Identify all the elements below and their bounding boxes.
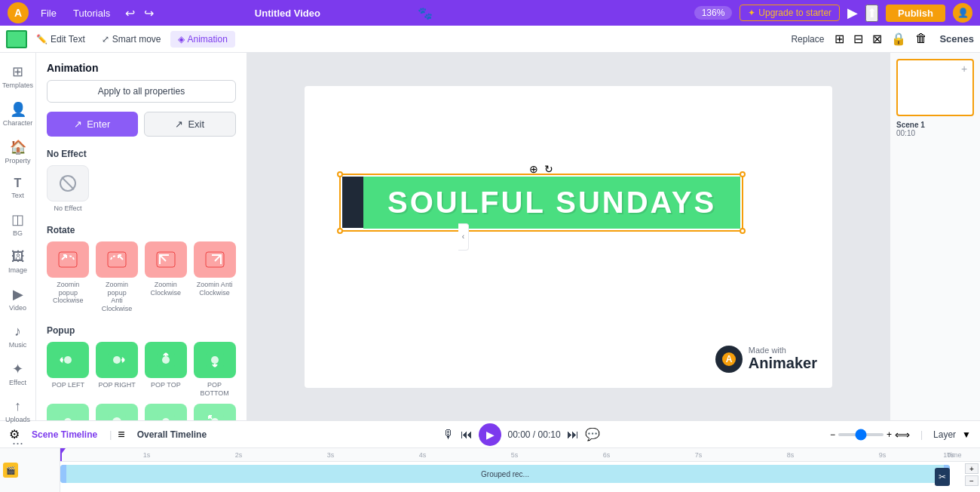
avatar[interactable]: 👤 bbox=[953, 3, 972, 23]
enter-button[interactable]: ↗ Enter bbox=[47, 112, 138, 137]
time-marker-7s: 7s bbox=[695, 451, 703, 459]
lock-icon[interactable]: 🔒 bbox=[888, 30, 909, 48]
pop-bottom[interactable]: POP BOTTOM bbox=[193, 342, 236, 398]
scene-1-thumbnail[interactable]: + bbox=[896, 59, 974, 116]
scene-add-button[interactable]: + bbox=[957, 62, 971, 75]
time-label: Time bbox=[947, 451, 962, 459]
timeline-tab-divider: | bbox=[109, 429, 112, 440]
mic-button[interactable]: 🎙 bbox=[443, 428, 455, 441]
columns-icon[interactable]: ⊞ bbox=[831, 30, 847, 48]
publish-button[interactable]: Publish bbox=[886, 5, 945, 22]
layer-expand-icon[interactable]: ▼ bbox=[962, 429, 971, 440]
zoomin-popup-acw[interactable]: Zoomin popupAnti Clockwise bbox=[96, 241, 139, 313]
move-up-icon[interactable]: ⊕ bbox=[529, 163, 538, 175]
exit-button[interactable]: ↗ Exit bbox=[144, 112, 237, 137]
sidebar-item-image[interactable]: 🖼 Image bbox=[2, 244, 35, 278]
zoomin-cw[interactable]: ZoominClockwise bbox=[145, 241, 188, 313]
pop-top-left[interactable]: POP TOP LEFT bbox=[193, 404, 236, 420]
canvas[interactable]: SOULFUL SUNDAYS ⊕ ↻ bbox=[305, 86, 832, 388]
pop-bottom-left[interactable]: POP BOTTOMLEFT bbox=[145, 404, 188, 420]
time-ruler: 1s 2s 3s 4s 5s 6s 7s 8s 9s 10s Time bbox=[60, 448, 980, 462]
share-button[interactable]: ⬆ bbox=[865, 5, 878, 22]
sidebar-item-bg[interactable]: ◫ BG bbox=[2, 207, 35, 241]
logo[interactable]: A bbox=[8, 2, 29, 23]
animation-button[interactable]: ◈ Animation bbox=[170, 31, 235, 48]
pop-right[interactable]: POP RIGHT bbox=[96, 342, 139, 398]
apply-all-button[interactable]: Apply to all properties bbox=[47, 80, 236, 103]
pop-bottom-right[interactable]: POP BOTTOMRIGHT bbox=[47, 404, 90, 420]
replace-button[interactable]: Replace bbox=[785, 31, 830, 48]
resize-handle-bl[interactable] bbox=[337, 228, 343, 234]
playhead-head bbox=[60, 448, 66, 454]
delete-icon[interactable]: 🗑 bbox=[912, 30, 930, 48]
banner-text: SOULFUL SUNDAYS bbox=[387, 186, 716, 220]
overall-timeline-tab[interactable]: Overall Timeline bbox=[131, 426, 213, 443]
skip-back-button[interactable]: ⏮ bbox=[461, 428, 473, 441]
track-bar[interactable]: Grouped rec... bbox=[60, 465, 950, 483]
play-button[interactable]: ▶ bbox=[479, 423, 501, 446]
resize-handle-br[interactable] bbox=[740, 228, 746, 234]
upgrade-button[interactable]: ✦ Upgrade to starter bbox=[740, 5, 840, 21]
track-zoom-buttons: + − bbox=[965, 463, 978, 486]
sidebar-item-templates[interactable]: ⊞ Templates bbox=[2, 59, 35, 94]
track-bar-label: Grouped rec... bbox=[481, 470, 529, 478]
overall-timeline-icon: ≡ bbox=[118, 428, 124, 441]
caption-button[interactable]: 💬 bbox=[585, 427, 600, 441]
no-effect-item[interactable]: No Effect bbox=[36, 165, 247, 222]
track-labels: 🎬 bbox=[0, 448, 60, 492]
undo-redo-group: ↩ ↪ bbox=[122, 5, 157, 22]
resize-handle-tr[interactable] bbox=[740, 171, 746, 177]
time-marker-4s: 4s bbox=[419, 451, 427, 459]
zoomin-popup-cw[interactable]: Zoomin popupClockwise bbox=[47, 241, 90, 313]
title-banner[interactable]: SOULFUL SUNDAYS bbox=[363, 177, 740, 229]
sidebar-item-text[interactable]: T Text bbox=[2, 172, 35, 204]
pop-top[interactable]: POP TOP bbox=[145, 342, 188, 398]
zoom-slider[interactable] bbox=[838, 433, 884, 436]
time-marker-1s: 1s bbox=[143, 451, 151, 459]
svg-point-9 bbox=[113, 356, 121, 364]
skip-forward-button[interactable]: ⏭ bbox=[567, 428, 579, 441]
scenes-panel: + Scene 1 00:10 bbox=[890, 53, 980, 420]
track-content: 1s 2s 3s 4s 5s 6s 7s 8s 9s 10s Time bbox=[60, 448, 980, 492]
collapse-panel-button[interactable]: ‹ bbox=[458, 223, 469, 251]
magic-icon[interactable]: 🐾 bbox=[418, 6, 433, 20]
sidebar-item-video[interactable]: ▶ Video bbox=[2, 281, 35, 316]
track-zoom-out[interactable]: − bbox=[965, 475, 978, 486]
time-marker-2s: 2s bbox=[235, 451, 243, 459]
secondary-toolbar: ✏️ Edit Text ⤢ Smart move ◈ Animation Re… bbox=[0, 26, 980, 53]
sidebar-item-property[interactable]: 🏠 Property bbox=[2, 134, 35, 169]
trim-button[interactable]: ✂ bbox=[935, 468, 950, 486]
animation-panel: Animation Apply to all properties ↗ Ente… bbox=[36, 53, 247, 420]
sidebar-item-character[interactable]: 👤 Character bbox=[2, 97, 35, 131]
time-display: 00:00 / 00:10 bbox=[507, 429, 560, 440]
table-icon[interactable]: ⊠ bbox=[869, 30, 885, 48]
rotate-control-icon[interactable]: ↻ bbox=[544, 163, 553, 175]
selected-element[interactable]: SOULFUL SUNDAYS ⊕ ↻ bbox=[342, 177, 740, 229]
zoomin-acw[interactable]: Zoomin AntiClockwise bbox=[193, 241, 236, 313]
tutorials-menu[interactable]: Tutorials bbox=[69, 6, 115, 20]
edit-text-button[interactable]: ✏️ Edit Text bbox=[29, 31, 93, 48]
zoom-in-icon: + bbox=[887, 429, 892, 440]
rotate-grid: Zoomin popupClockwise Zoomin popupAnti C… bbox=[36, 241, 247, 322]
track-bar-left-handle[interactable] bbox=[60, 465, 66, 483]
scene-timeline-tab[interactable]: Scene Timeline bbox=[26, 426, 103, 443]
file-menu[interactable]: File bbox=[36, 6, 61, 20]
track-zoom-in[interactable]: + bbox=[965, 463, 978, 474]
sidebar-item-effect[interactable]: ✦ Effect bbox=[2, 356, 35, 391]
preview-button[interactable]: ▶ bbox=[847, 5, 858, 21]
popup-grid: POP LEFT POP RIGHT POP TOP POP BOTTOM bbox=[36, 342, 247, 420]
grid-icon[interactable]: ⊟ bbox=[850, 30, 866, 48]
svg-rect-2 bbox=[59, 252, 77, 267]
undo-button[interactable]: ↩ bbox=[122, 5, 138, 22]
animaker-label: Animaker bbox=[749, 355, 817, 372]
time-marker-6s: 6s bbox=[603, 451, 611, 459]
expand-icon[interactable]: ⟺ bbox=[895, 429, 910, 441]
zoom-level[interactable]: 136% bbox=[694, 6, 733, 20]
sidebar-item-music[interactable]: ♪ Music bbox=[2, 319, 35, 353]
pop-center[interactable]: POP CENTER bbox=[96, 404, 139, 420]
pop-left[interactable]: POP LEFT bbox=[47, 342, 90, 398]
redo-button[interactable]: ↪ bbox=[141, 5, 157, 22]
no-effect-animation[interactable]: No Effect bbox=[47, 165, 89, 213]
smart-move-button[interactable]: ⤢ Smart move bbox=[94, 31, 169, 48]
playhead[interactable] bbox=[60, 448, 62, 461]
